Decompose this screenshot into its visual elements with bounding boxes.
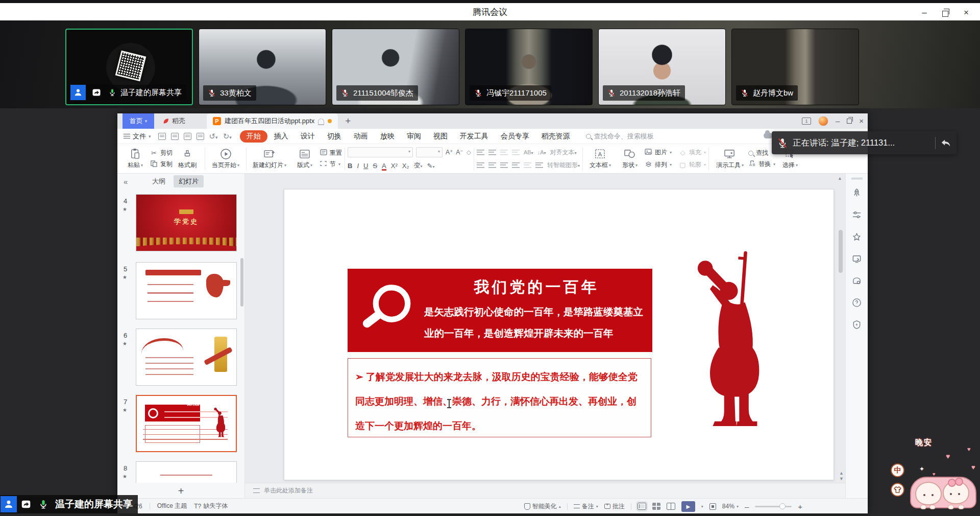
tab-slideshow[interactable]: 放映: [375, 130, 400, 143]
tab-review[interactable]: 审阅: [401, 130, 427, 143]
justify-icon[interactable]: [512, 162, 520, 168]
tab-developer[interactable]: 开发工具: [454, 130, 494, 143]
superscript-button[interactable]: X²: [391, 162, 398, 170]
presentation-tools-button[interactable]: 演示工具▾: [712, 148, 748, 170]
tab-transition[interactable]: 切换: [322, 130, 347, 143]
star-effects-icon[interactable]: [851, 231, 863, 242]
paste-button[interactable]: 粘贴▾: [120, 148, 150, 170]
font-size-select[interactable]: [416, 147, 443, 157]
video-tile[interactable]: 冯铖宇211171005: [465, 29, 593, 105]
tab-docer-res[interactable]: 稻壳资源: [536, 130, 576, 143]
bold-button[interactable]: B: [348, 162, 352, 170]
align-right-icon[interactable]: [500, 162, 508, 168]
slides-tab[interactable]: 幻灯片: [174, 175, 204, 187]
slide-canvas[interactable]: 我们党的一百年 是矢志践行初心使命的一百年，是筚路蓝缕奠基立业的一百年，是创造辉…: [284, 189, 834, 480]
wps-close-button[interactable]: ×: [859, 118, 864, 125]
numbered-list-icon[interactable]: [488, 149, 496, 155]
share-status-badge[interactable]: 温子建的屏幕共享: [0, 495, 138, 513]
missing-font-warning[interactable]: T? 缺失字体: [194, 502, 228, 510]
print-icon[interactable]: [184, 133, 191, 140]
cut-button[interactable]: ✂剪切: [150, 149, 173, 157]
cast-screen-icon[interactable]: [851, 253, 863, 264]
para-spacing-icon[interactable]: [535, 162, 543, 168]
slide-body-box[interactable]: ➢ 了解党发展壮大的来龙去脉，汲取历史的宝贵经验，能够使全党同志更加明理、增信、…: [348, 358, 651, 437]
preview-icon[interactable]: [197, 133, 204, 140]
slide-thumbnail-5[interactable]: [136, 262, 237, 319]
video-tile[interactable]: 33黄柏文: [199, 29, 326, 105]
tab-animation[interactable]: 动画: [348, 130, 374, 143]
video-tile[interactable]: 211151004邹俊杰: [332, 29, 459, 105]
text-direction-button[interactable]: AB▾: [524, 149, 533, 155]
align-text-button[interactable]: 对齐文本▾: [550, 148, 576, 157]
slide-thumbnail-8[interactable]: [136, 461, 237, 483]
tab-home[interactable]: 首页▾: [122, 113, 154, 129]
subscript-button[interactable]: X₂: [402, 162, 409, 170]
video-tile[interactable]: 赵丹博文bw: [731, 29, 859, 105]
video-tile[interactable]: 201132018孙浩轩: [598, 29, 726, 105]
clear-format-icon[interactable]: ◇: [467, 149, 471, 156]
redo-icon[interactable]: ↻▾: [223, 132, 232, 141]
to-smartart-button[interactable]: 转智能图形▾: [547, 161, 580, 170]
return-arrow-icon[interactable]: [940, 137, 951, 149]
strike-button[interactable]: S: [373, 162, 377, 170]
wps-restore-button[interactable]: [847, 119, 852, 124]
format-painter-button[interactable]: 格式刷: [173, 148, 202, 170]
file-menu[interactable]: 文件 ▾: [124, 132, 151, 141]
new-slide-button[interactable]: 新建幻灯片▾: [249, 148, 290, 170]
undo-icon[interactable]: ↺▾: [209, 132, 218, 141]
section-button[interactable]: 节▾: [320, 160, 342, 169]
minimize-button[interactable]: –: [920, 8, 929, 17]
slide-pager[interactable]: ▲▼: [839, 471, 844, 481]
underline-button[interactable]: U: [363, 162, 368, 170]
reading-view-button[interactable]: [667, 503, 675, 510]
highlight-pen-button[interactable]: ✎▾: [427, 162, 434, 170]
text-effects-button[interactable]: 变▾: [413, 161, 422, 170]
export-icon[interactable]: [171, 133, 179, 140]
bullet-list-icon[interactable]: [477, 149, 484, 155]
scroll-up-arrow[interactable]: ▲: [838, 176, 842, 181]
tab-member[interactable]: 会员专享: [495, 130, 535, 143]
tab-docer[interactable]: 稻壳: [154, 113, 193, 129]
font-increase-button[interactable]: A⁺: [446, 149, 453, 156]
zoom-in-button[interactable]: +: [798, 502, 802, 511]
tab-start[interactable]: 开始: [240, 130, 267, 143]
zoom-slider[interactable]: [755, 506, 792, 507]
tab-design[interactable]: 设计: [295, 130, 321, 143]
panel-scrollbar[interactable]: [240, 258, 243, 307]
adjust-sliders-icon[interactable]: [851, 209, 863, 220]
skin-button[interactable]: [891, 483, 904, 497]
zoom-knob[interactable]: [779, 503, 786, 509]
slide-thumbnail-7-selected[interactable]: 我们党的一百年: [136, 395, 237, 452]
save-icon[interactable]: [158, 133, 166, 140]
resource-toast-icon[interactable]: [851, 275, 863, 286]
account-avatar[interactable]: [818, 116, 828, 126]
close-button[interactable]: ×: [962, 8, 971, 17]
new-tab-button[interactable]: +: [345, 115, 351, 127]
play-from-current-button[interactable]: 当页开始▾: [208, 148, 243, 170]
play-options-arrow[interactable]: ▾: [701, 504, 703, 509]
panel-collapse-button[interactable]: «: [124, 177, 128, 186]
window-layout-icon[interactable]: 1: [802, 118, 811, 125]
fit-slide-button[interactable]: [709, 503, 716, 510]
tab-view[interactable]: 视图: [428, 130, 453, 143]
outline-tab[interactable]: 大纲: [147, 175, 170, 187]
align-left-icon[interactable]: [477, 162, 484, 168]
outline-button[interactable]: ▢轮廓▾: [679, 160, 706, 169]
slide-thumbnail-4[interactable]: 学党史: [136, 194, 237, 251]
toolbar-handle[interactable]: [851, 178, 863, 179]
smart-beautify-button[interactable]: 智能美化▴: [524, 502, 561, 511]
font-family-select[interactable]: [348, 147, 413, 157]
indent-icon[interactable]: [512, 149, 520, 155]
slide-title-banner[interactable]: 我们党的一百年 是矢志践行初心使命的一百年，是筚路蓝缕奠基立业的一百年，是创造辉…: [348, 269, 652, 352]
speaking-banner[interactable]: 正在讲话: 温子建; 211131...: [772, 131, 957, 154]
shapes-button[interactable]: 形状▾: [615, 148, 645, 170]
italic-button[interactable]: I: [357, 162, 359, 170]
replace-button[interactable]: AB替换▾: [748, 160, 775, 169]
performance-bolt-icon[interactable]: [851, 319, 863, 330]
video-tile-screen-share[interactable]: 温子建的屏幕共享: [65, 29, 193, 105]
normal-view-button[interactable]: [638, 503, 646, 510]
arrange-button[interactable]: 排列▾: [645, 160, 672, 169]
line-spacing-button[interactable]: ↓A▾: [537, 149, 546, 155]
notes-button[interactable]: 备注▾: [574, 502, 598, 511]
theme-label[interactable]: Office 主题: [157, 502, 187, 510]
